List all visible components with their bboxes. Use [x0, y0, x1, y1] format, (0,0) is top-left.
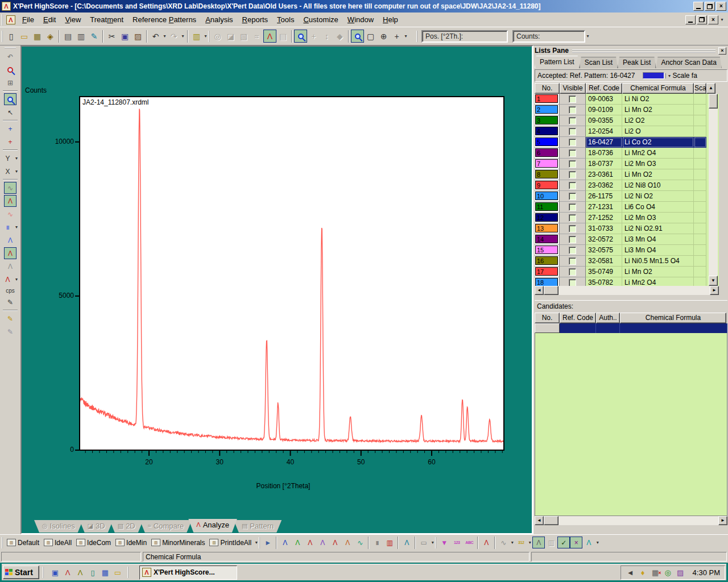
hand-tool-icon[interactable]: ◆ [333, 30, 346, 43]
column-header-visible[interactable]: Visible [560, 83, 586, 94]
lists-pane-close-icon[interactable]: × [718, 47, 726, 55]
column-header-ref-code[interactable]: Ref. Code [586, 83, 622, 94]
visible-checkbox[interactable] [569, 214, 576, 222]
zoom-select-icon[interactable] [4, 93, 16, 105]
task-button-xpert-highscore[interactable]: Λ X'Pert HighScore... [139, 566, 237, 580]
data-collector-icon[interactable]: ▦ [99, 566, 111, 579]
x-scale-icon[interactable]: X [2, 165, 14, 177]
visible-checkbox[interactable] [569, 128, 576, 135]
open-icon[interactable]: ▭ [18, 30, 31, 43]
page-setup-icon[interactable]: ✎ [88, 30, 101, 43]
pattern-row-26-1175[interactable]: 1026-1175Li2 Ni O2 [535, 191, 719, 202]
view-tab-3d[interactable]: ◪3D [80, 520, 113, 533]
lists-pane-grip[interactable] [572, 49, 715, 53]
pattern-row-23-0361[interactable]: 823-0361Li Mn O2 [535, 169, 719, 180]
visible-checkbox[interactable] [569, 139, 576, 146]
pattern-row-32-0575[interactable]: 1532-0575Li3 Mn O4 [535, 245, 719, 256]
dropdown-chevron-icon[interactable]: ▾ [14, 277, 19, 282]
vscroll-thumb[interactable] [709, 94, 718, 109]
quicklaunch-grip[interactable] [43, 567, 46, 578]
menu-customize[interactable]: Customize [299, 15, 342, 24]
counts-field-chevron[interactable]: ▾ [585, 34, 590, 39]
batch-button-printideall[interactable]: ▥PrintIdeAll [207, 537, 254, 549]
dropdown-chevron-icon[interactable]: ▾ [162, 34, 167, 39]
fit-profile-icon[interactable]: Λ [329, 537, 341, 548]
import-data-icon[interactable]: ◈ [44, 30, 57, 43]
xpert-highscore-icon[interactable]: Λ [74, 566, 86, 579]
peaks-blue-icon[interactable]: Λ [4, 234, 16, 246]
menu-file[interactable]: File [18, 15, 39, 24]
menu-analysis[interactable]: Analysis [201, 15, 237, 24]
dropdown-chevron-icon[interactable]: ▾ [430, 540, 435, 545]
dropdown-chevron-icon[interactable]: ▾ [510, 540, 515, 545]
peaks-baseline-icon[interactable]: Λ [2, 273, 14, 285]
mdi-minimize-button[interactable] [685, 15, 696, 24]
view-tab-2d[interactable]: ▧2D [110, 520, 143, 533]
hscroll-thumb[interactable] [544, 286, 559, 295]
pattern-row-18-0736[interactable]: 618-0736Li Mn2 O4 [535, 148, 719, 159]
visible-checkbox[interactable] [569, 236, 576, 243]
batch-button-minorminerals[interactable]: ▥MinorMinerals [149, 537, 207, 549]
menu-window[interactable]: Window [343, 15, 378, 24]
pattern-list-vscrollbar[interactable]: ▼ [709, 94, 718, 286]
copy-icon[interactable]: ▣ [118, 30, 131, 43]
insert-peak-icon[interactable]: Λ [291, 537, 304, 548]
document-icon[interactable]: Λ [6, 15, 15, 24]
undo-icon[interactable]: ↶ [149, 30, 162, 43]
columns-icon[interactable]: ▥ [545, 537, 557, 548]
candidates-selected-row[interactable] [535, 323, 727, 333]
visible-checkbox[interactable] [569, 160, 576, 168]
area-fill-icon[interactable]: Λ [582, 537, 595, 548]
xrd-chart[interactable] [22, 47, 533, 534]
visible-checkbox[interactable] [569, 117, 576, 124]
pattern-row-12-0254[interactable]: 412-0254Li2 O [535, 126, 719, 137]
compare-view-icon[interactable]: ≈ [250, 30, 263, 43]
visible-checkbox[interactable] [569, 203, 576, 211]
sticks-icon[interactable]: ||| [2, 221, 14, 233]
axes-pan-icon[interactable]: ⊞ [4, 77, 16, 89]
brush-gold-icon[interactable]: ✎ [4, 313, 16, 325]
visible-checkbox[interactable] [569, 247, 576, 254]
numbers-icon[interactable]: 123 [450, 537, 463, 548]
view-3d-icon[interactable]: ◪ [224, 30, 237, 43]
menu-help[interactable]: Help [378, 15, 403, 24]
fit-view-icon[interactable]: ▢ [364, 30, 377, 43]
column-header-chemical-formula[interactable]: Chemical Formula [622, 83, 694, 94]
toolbox-icon[interactable]: ▥ [190, 30, 203, 43]
lists-pane-tab-scan-list[interactable]: Scan List [580, 57, 618, 68]
smooth-peaks-icon[interactable]: ∿ [4, 208, 16, 220]
minimize-button[interactable] [693, 2, 704, 11]
pattern-color-chevron[interactable]: ▾ [665, 73, 671, 78]
dropdown-chevron-icon[interactable]: ▾ [180, 34, 185, 39]
strip-kalpha2-icon[interactable]: Λ [304, 537, 316, 548]
pointer-icon[interactable]: ↖ [4, 106, 16, 118]
zoom-in-icon[interactable] [294, 30, 307, 43]
scroll-left-icon[interactable]: ◄ [535, 286, 544, 295]
visible-checkbox[interactable] [569, 171, 576, 178]
pattern-list-hscrollbar[interactable]: ◄ ► [535, 286, 719, 295]
lists-pane-tab-pattern-list[interactable]: Pattern List [535, 56, 580, 68]
menu-tools[interactable]: Tools [272, 15, 299, 24]
peaks-fill-icon[interactable]: Λ [4, 195, 16, 207]
scroll-up-icon[interactable]: ▲ [706, 83, 715, 94]
dropdown-chevron-icon[interactable]: ▾ [403, 34, 408, 39]
visible-checkbox[interactable] [569, 193, 576, 200]
sticks-pattern-icon[interactable]: ||| [371, 537, 383, 548]
visible-checkbox[interactable] [569, 225, 576, 232]
lists-pane-tab-anchor-scan-data[interactable]: Anchor Scan Data [656, 57, 721, 68]
batch-button-idemin[interactable]: ▥IdeMin [113, 537, 149, 549]
visible-checkbox[interactable] [569, 268, 576, 276]
mdi-restore-button[interactable] [697, 15, 707, 24]
view-tab-isolines[interactable]: ◎Isolines [34, 520, 83, 533]
batch-button-ideall[interactable]: ▥IdeAll [42, 537, 74, 549]
disk-offline-icon[interactable]: ▦× [651, 568, 660, 577]
scroll-left-icon[interactable]: ◄ [535, 516, 544, 525]
dropdown-chevron-icon[interactable]: ▾ [254, 540, 259, 545]
pattern-row-32-0581[interactable]: 1632-0581Li Ni0.5 Mn1.5 O4 [535, 256, 719, 267]
analyze-view-icon[interactable]: Λ [263, 30, 276, 43]
dropdown-chevron-icon[interactable]: ▾ [14, 156, 19, 161]
brush-silver-icon[interactable]: ✎ [4, 326, 16, 338]
redo-icon[interactable]: ↷ [167, 30, 180, 43]
scroll-right-icon[interactable]: ► [718, 516, 727, 525]
fields-grip[interactable] [416, 31, 419, 42]
